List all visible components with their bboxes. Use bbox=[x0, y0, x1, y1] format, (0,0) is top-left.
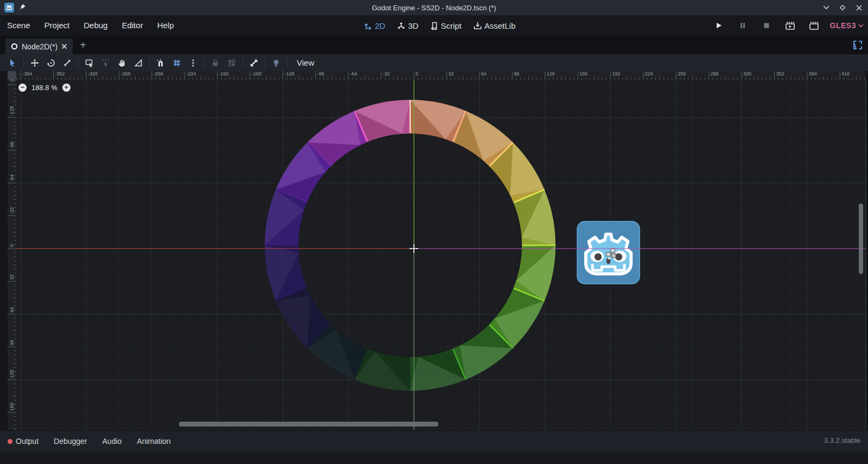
toolbar-separator bbox=[265, 58, 265, 68]
svg-text:-64: -64 bbox=[9, 174, 15, 181]
bottom-panel-label: Audio bbox=[103, 437, 122, 446]
mode-3d[interactable]: 3D bbox=[394, 15, 422, 36]
move-tool-icon[interactable] bbox=[27, 56, 43, 70]
pan-tool-icon[interactable] bbox=[114, 56, 130, 70]
scene-tab-bar: Node2D(*) + bbox=[0, 36, 868, 54]
select-tool-icon[interactable] bbox=[4, 56, 21, 70]
maximize-button[interactable] bbox=[839, 4, 846, 11]
mode-script[interactable]: Script bbox=[427, 15, 464, 36]
ruler-tool-icon[interactable] bbox=[130, 56, 146, 70]
pause-button[interactable] bbox=[735, 18, 751, 33]
mode-2d-label: 2D bbox=[375, 21, 385, 30]
zoom-in-button[interactable]: + bbox=[62, 84, 71, 92]
skeleton-options-tool-icon[interactable] bbox=[268, 56, 284, 70]
svg-text:-160: -160 bbox=[9, 80, 15, 83]
play-scene-button[interactable] bbox=[782, 18, 799, 33]
svg-text:-128: -128 bbox=[9, 106, 15, 116]
svg-text:-352: -352 bbox=[55, 71, 65, 77]
horizontal-scrollbar[interactable] bbox=[179, 422, 438, 427]
svg-text:-160: -160 bbox=[252, 71, 261, 77]
menu-project[interactable]: Project bbox=[37, 15, 77, 36]
toolbar-separator bbox=[23, 58, 24, 68]
scale-tool-icon[interactable] bbox=[59, 56, 75, 70]
play-button[interactable] bbox=[711, 18, 727, 33]
group-tool-icon[interactable] bbox=[224, 56, 240, 70]
godot-app-icon bbox=[4, 3, 14, 12]
view-menu[interactable]: View bbox=[290, 58, 321, 67]
svg-text:-128: -128 bbox=[284, 71, 294, 77]
version-label: 3.3.2.stable bbox=[824, 436, 860, 444]
mode-2d[interactable]: 2D bbox=[361, 15, 388, 36]
list-select-tool-icon[interactable] bbox=[81, 56, 98, 70]
2d-icon bbox=[364, 22, 372, 30]
close-tab-icon[interactable] bbox=[61, 43, 67, 49]
svg-text:32: 32 bbox=[448, 71, 454, 77]
vertical-scrollbar[interactable] bbox=[859, 204, 863, 274]
distraction-free-mode-icon[interactable] bbox=[853, 40, 863, 50]
bottom-panel-label: Animation bbox=[137, 437, 170, 446]
canvas[interactable] bbox=[16, 80, 866, 430]
svg-text:-384: -384 bbox=[22, 71, 32, 77]
svg-text:0: 0 bbox=[416, 71, 418, 77]
svg-text:-64: -64 bbox=[350, 71, 357, 77]
scene-tab-node2d[interactable]: Node2D(*) bbox=[5, 39, 73, 54]
svg-text:160: 160 bbox=[9, 403, 15, 411]
svg-text:320: 320 bbox=[743, 71, 751, 77]
close-window-button[interactable] bbox=[855, 4, 863, 11]
svg-text:-224: -224 bbox=[186, 71, 196, 77]
svg-text:352: 352 bbox=[776, 71, 784, 77]
minimize-button[interactable] bbox=[822, 4, 830, 11]
bottom-panel-label: Output bbox=[16, 437, 39, 446]
zoom-level[interactable]: 188.8 % bbox=[31, 84, 58, 92]
svg-text:-96: -96 bbox=[9, 142, 15, 149]
mode-assetlib-label: AssetLib bbox=[484, 21, 516, 30]
play-custom-scene-button[interactable] bbox=[806, 18, 822, 33]
svg-text:96: 96 bbox=[514, 71, 519, 77]
new-scene-tab-button[interactable]: + bbox=[78, 40, 88, 51]
bottom-panel-output[interactable]: Output bbox=[0, 437, 46, 446]
assetlib-icon bbox=[474, 22, 482, 30]
pixel-select-tool-icon[interactable] bbox=[98, 56, 114, 70]
window-title: Godot Engine - SS2D - Node2D.tscn (*) bbox=[0, 4, 868, 12]
zoom-out-button[interactable]: − bbox=[18, 84, 27, 92]
bottom-panel-audio[interactable]: Audio bbox=[95, 437, 130, 446]
menu-bar: SceneProjectDebugEditorHelp 2D3DScriptAs… bbox=[0, 15, 868, 36]
3d-icon bbox=[397, 22, 405, 30]
bone-tool-icon[interactable] bbox=[246, 56, 262, 70]
godot-editor-window: Godot Engine - SS2D - Node2D.tscn (*) Sc… bbox=[0, 0, 868, 464]
menu-debug[interactable]: Debug bbox=[76, 15, 114, 36]
mode-assetlib[interactable]: AssetLib bbox=[470, 15, 519, 36]
stop-button[interactable] bbox=[758, 18, 775, 33]
snap-options-tool-icon[interactable] bbox=[185, 56, 201, 70]
main-menus: SceneProjectDebugEditorHelp bbox=[0, 15, 181, 36]
svg-text:192: 192 bbox=[612, 71, 620, 77]
renderer-selector[interactable]: GLES3 bbox=[830, 21, 864, 30]
svg-text:-256: -256 bbox=[154, 71, 163, 77]
grid-snap-tool-icon[interactable] bbox=[169, 56, 185, 70]
svg-text:32: 32 bbox=[9, 274, 15, 279]
pin-icon[interactable] bbox=[18, 3, 27, 11]
svg-text:384: 384 bbox=[809, 71, 817, 77]
rotate-tool-icon[interactable] bbox=[43, 56, 59, 70]
menu-help[interactable]: Help bbox=[150, 15, 181, 36]
scene-tab-label: Node2D(*) bbox=[22, 42, 58, 51]
smart-snap-tool-icon[interactable] bbox=[152, 56, 169, 70]
zoom-controls: − 188.8 % + bbox=[18, 82, 71, 92]
mode-script-label: Script bbox=[441, 21, 461, 30]
svg-text:224: 224 bbox=[645, 71, 653, 77]
bottom-panel-animation[interactable]: Animation bbox=[129, 437, 178, 446]
toolbar-separator bbox=[78, 58, 79, 68]
bottom-panel-bar: OutputDebuggerAudioAnimation 3.3.2.stabl… bbox=[0, 430, 868, 464]
horizontal-ruler: -384-352-320-288-256-224-192-160-128-96-… bbox=[16, 71, 866, 80]
svg-text:-288: -288 bbox=[120, 71, 130, 77]
svg-text:-32: -32 bbox=[9, 207, 15, 214]
lock-tool-icon[interactable] bbox=[207, 56, 224, 70]
menu-editor[interactable]: Editor bbox=[114, 15, 150, 36]
svg-text:160: 160 bbox=[579, 71, 588, 77]
svg-text:-96: -96 bbox=[317, 71, 324, 77]
menu-scene[interactable]: Scene bbox=[0, 15, 37, 36]
canvas-toolbar: View bbox=[0, 54, 868, 71]
title-bar: Godot Engine - SS2D - Node2D.tscn (*) bbox=[0, 0, 868, 15]
bottom-panel-debugger[interactable]: Debugger bbox=[46, 437, 95, 446]
svg-text:256: 256 bbox=[678, 71, 686, 77]
